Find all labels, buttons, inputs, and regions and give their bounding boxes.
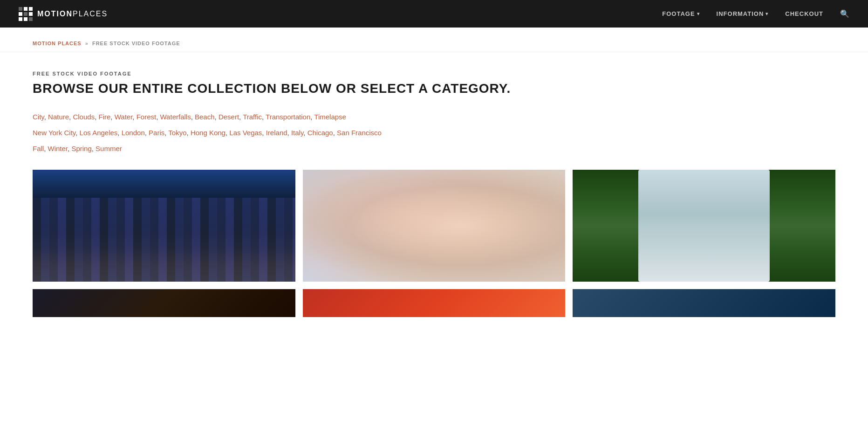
category-separator: , <box>156 113 160 121</box>
nav-footage[interactable]: FOOTAGE ▾ <box>662 10 699 17</box>
category-separator: , <box>187 129 191 137</box>
category-separator: , <box>132 113 136 121</box>
category-separator: , <box>262 129 266 137</box>
image-card-waterfall[interactable] <box>573 170 835 282</box>
breadcrumb: MOTION PLACES » FREE STOCK VIDEO FOOTAGE <box>33 41 180 46</box>
search-icon[interactable]: 🔍 <box>840 9 849 18</box>
category-separator: , <box>75 129 79 137</box>
category-link[interactable]: Timelapse <box>314 113 346 121</box>
category-separator: , <box>191 113 195 121</box>
footage-chevron-icon: ▾ <box>697 11 700 16</box>
category-link[interactable]: Ireland <box>266 129 287 137</box>
category-separator: , <box>262 113 266 121</box>
category-link[interactable]: Tokyo <box>168 129 186 137</box>
category-link[interactable]: Fall <box>33 145 44 152</box>
logo-text: MOTIONPLACES <box>37 10 108 18</box>
category-link[interactable]: New York City <box>33 129 75 137</box>
category-link[interactable]: Los Angeles <box>80 129 118 137</box>
category-link[interactable]: Fire <box>99 113 111 121</box>
image-card-bottom-3[interactable] <box>573 289 835 317</box>
category-separator: , <box>303 129 307 137</box>
image-grid-bottom <box>33 289 835 317</box>
image-card-bottom-2[interactable] <box>303 289 566 317</box>
main-nav: FOOTAGE ▾ INFORMATION ▾ CHECKOUT 🔍 <box>662 9 849 18</box>
nav-information[interactable]: INFORMATION ▾ <box>717 10 769 17</box>
category-link[interactable]: Summer <box>96 145 122 152</box>
breadcrumb-current: FREE STOCK VIDEO FOOTAGE <box>92 41 180 46</box>
section-title: BROWSE OUR ENTIRE COLLECTION BELOW OR SE… <box>33 81 835 96</box>
category-link[interactable]: Nature <box>48 113 69 121</box>
category-link[interactable]: Waterfalls <box>160 113 191 121</box>
image-blossom <box>303 170 566 282</box>
category-separator: , <box>287 129 291 137</box>
breadcrumb-separator: » <box>85 41 89 46</box>
category-separator: , <box>117 129 121 137</box>
image-waterfall <box>573 170 835 282</box>
category-separator: , <box>239 113 243 121</box>
category-link[interactable]: Las Vegas <box>229 129 262 137</box>
logo-grid-icon <box>19 7 33 21</box>
category-separator: , <box>110 113 114 121</box>
category-row-1: City, Nature, Clouds, Fire, Water, Fores… <box>33 110 835 124</box>
category-separator: , <box>44 145 48 152</box>
category-link[interactable]: Beach <box>195 113 215 121</box>
category-separator: , <box>92 145 96 152</box>
category-link[interactable]: London <box>122 129 145 137</box>
category-link[interactable]: Traffic <box>243 113 262 121</box>
section-label: FREE STOCK VIDEO FOOTAGE <box>33 71 835 76</box>
category-link[interactable]: Chicago <box>308 129 333 137</box>
category-link[interactable]: Clouds <box>73 113 95 121</box>
category-link[interactable]: San Francisco <box>337 129 382 137</box>
category-separator: , <box>333 129 337 137</box>
nav-checkout[interactable]: CHECKOUT <box>785 10 823 17</box>
category-link[interactable]: Water <box>115 113 133 121</box>
categories-section: City, Nature, Clouds, Fire, Water, Fores… <box>33 110 835 156</box>
main-content: FREE STOCK VIDEO FOOTAGE BROWSE OUR ENTI… <box>0 52 868 336</box>
category-link[interactable]: Italy <box>291 129 303 137</box>
category-row-2: New York City, Los Angeles, London, Pari… <box>33 126 835 140</box>
image-city <box>33 170 295 282</box>
category-link[interactable]: Spring <box>71 145 91 152</box>
category-link[interactable]: Forest <box>137 113 157 121</box>
category-link[interactable]: Winter <box>48 145 68 152</box>
category-link[interactable]: Hong Kong <box>191 129 226 137</box>
breadcrumb-home[interactable]: MOTION PLACES <box>33 41 82 46</box>
image-grid <box>33 170 835 282</box>
information-chevron-icon: ▾ <box>765 11 768 16</box>
category-separator: , <box>95 113 98 121</box>
image-card-city[interactable] <box>33 170 295 282</box>
category-separator: , <box>44 113 48 121</box>
breadcrumb-area: MOTION PLACES » FREE STOCK VIDEO FOOTAGE <box>0 28 868 52</box>
category-link[interactable]: City <box>33 113 44 121</box>
logo-area[interactable]: MOTIONPLACES <box>19 7 108 21</box>
category-link[interactable]: Desert <box>219 113 239 121</box>
category-row-3: Fall, Winter, Spring, Summer <box>33 142 835 156</box>
category-separator: , <box>215 113 219 121</box>
image-card-bottom-1[interactable] <box>33 289 295 317</box>
category-separator: , <box>145 129 149 137</box>
image-card-blossom[interactable] <box>303 170 566 282</box>
category-link[interactable]: Paris <box>149 129 164 137</box>
category-link[interactable]: Transportation <box>266 113 310 121</box>
